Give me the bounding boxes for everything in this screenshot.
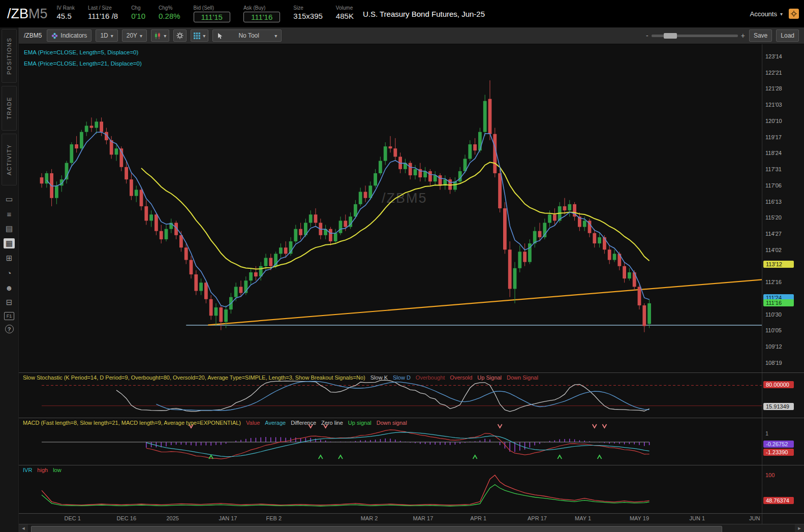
timeframe-dropdown[interactable]: 1D ▾: [96, 29, 117, 42]
ema-fast-legend: EMA (Price=CLOSE, Length=5, Displace=0): [24, 47, 142, 58]
macd-value-line: [146, 430, 650, 459]
stochastic-plot[interactable]: Slow Stochastic (K Period=14, D Period=9…: [19, 373, 762, 418]
drawing-tool-dropdown[interactable]: No Tool ▾: [212, 29, 282, 42]
header-field-value: 111'16 /8: [88, 12, 118, 20]
date-label: MAY 1: [575, 515, 591, 521]
accounts-dropdown[interactable]: Accounts ▾: [750, 10, 783, 18]
price-pane: EMA (Price=CLOSE, Length=5, Displace=0) …: [19, 44, 804, 372]
people-icon[interactable]: ☻: [4, 283, 15, 293]
price-axis-label: 114'02: [765, 247, 782, 253]
symbol-root: /ZB: [7, 6, 28, 21]
chevron-down-icon: ▾: [780, 11, 783, 17]
range-dropdown[interactable]: 20Y ▾: [122, 29, 147, 42]
chart-settings-button[interactable]: [173, 29, 187, 42]
date-label: JAN 17: [219, 515, 237, 521]
stochastic-axis: 80.0000015.91349: [762, 373, 804, 418]
down-signal-arrow: [602, 424, 606, 428]
time-axis-corner: [762, 514, 804, 524]
date-label: DEC 16: [117, 515, 137, 521]
date-label: MAR 2: [361, 515, 378, 521]
clock-icon[interactable]: ◔: [4, 268, 15, 278]
pane-legend-item: IVR: [23, 467, 32, 473]
left-sidebar: POSITIONS TRADE ACTIVITY ▭≡▤▦⊞◔☻⊟F1?: [0, 27, 19, 532]
header-field-value: 315x395: [293, 12, 323, 20]
zoom-slider-thumb[interactable]: [664, 33, 677, 39]
slow-d-line: [156, 382, 649, 411]
trendline[interactable]: [208, 279, 762, 325]
chart-icon[interactable]: ▦: [4, 238, 15, 248]
price-axis-label: 121'03: [765, 102, 782, 108]
date-label: APR 1: [470, 515, 486, 521]
monitor-icon[interactable]: ▭: [4, 194, 15, 204]
apps-grid-icon[interactable]: ⊞: [4, 253, 15, 263]
header-field: Chg0'10: [131, 5, 145, 20]
list-icon[interactable]: ≡: [4, 209, 15, 219]
grid-layout-dropdown[interactable]: ▾: [191, 29, 208, 42]
zoom-out-button[interactable]: -: [646, 32, 648, 40]
gear-icon: [791, 11, 797, 17]
timeframe-value: 1D: [100, 32, 108, 39]
pane-title: Slow Stochastic (K Period=14, D Period=9…: [23, 374, 365, 381]
indicators-button[interactable]: Indicators: [47, 29, 91, 42]
macd-badge: -1.23390: [763, 449, 794, 456]
stochastic-pane: Slow Stochastic (K Period=14, D Period=9…: [19, 372, 804, 418]
chart-type-dropdown[interactable]: ▾: [151, 29, 169, 42]
header-field-value: 45.5: [57, 12, 72, 20]
price-axis[interactable]: 123'14122'21121'28121'03120'10119'17118'…: [762, 44, 804, 372]
indicators-flower-icon: [51, 33, 58, 39]
zoom-slider[interactable]: [652, 35, 738, 37]
archive-icon[interactable]: ⊟: [4, 297, 15, 307]
sidebar-tab-positions[interactable]: POSITIONS: [2, 29, 17, 83]
price-axis-label: 114'27: [765, 231, 782, 237]
sidebar-tab-activity[interactable]: ACTIVITY: [2, 134, 17, 185]
header-field-label: Chg: [131, 5, 140, 11]
pane-legend-item: Up signal: [348, 420, 372, 426]
scrollbar-track[interactable]: [28, 524, 795, 532]
header-field: Volume485K: [336, 5, 354, 20]
help-icon[interactable]: ?: [5, 325, 14, 333]
ema-slow-legend: EMA (Price=CLOSE, Length=21, Displace=0): [24, 58, 142, 70]
contract-title: U.S. Treasury Bond Futures, Jun-25: [363, 10, 485, 18]
load-button[interactable]: Load: [776, 29, 799, 42]
range-value: 20Y: [127, 32, 137, 39]
macd-histogram: [146, 437, 650, 452]
pane-legend-item: Zero line: [321, 420, 343, 426]
price-axis-label: 116'13: [765, 199, 782, 205]
header-field-value: 111'15: [194, 12, 230, 22]
header-field-label: Volume: [336, 5, 353, 11]
ivr-plot[interactable]: IVRhighlow: [19, 465, 762, 513]
pane-legend-item: high: [37, 467, 48, 473]
save-button[interactable]: Save: [749, 29, 772, 42]
macd-plot[interactable]: MACD (Fast length=8, Slow length=21, MAC…: [19, 418, 762, 465]
chevron-down-icon: ▾: [164, 33, 166, 39]
zoom-in-button[interactable]: +: [741, 32, 745, 40]
header-field-label: IV Rank: [57, 5, 75, 11]
header-field-value: 485K: [336, 12, 354, 20]
news-icon[interactable]: ▤: [4, 224, 15, 234]
candlestick-plot[interactable]: EMA (Price=CLOSE, Length=5, Displace=0) …: [19, 44, 762, 372]
header-field: Last / Size111'16 /8: [88, 5, 118, 20]
fkey-icon[interactable]: F1: [4, 312, 14, 320]
scroll-left-arrow[interactable]: ◂: [19, 524, 28, 532]
pane-legend-item: Slow D: [393, 374, 411, 381]
pane-legend-item: low: [53, 467, 61, 473]
price-axis-label: 118'24: [765, 150, 782, 156]
header-field-label: Bid (Sell): [194, 5, 214, 11]
scrollbar-thumb[interactable]: [31, 526, 722, 532]
trading-app: /ZBM5 IV Rank45.5Last / Size111'16 /8Chg…: [0, 0, 804, 532]
price-badge-yellow: 113'12: [763, 261, 794, 268]
header-field-value: 0'10: [131, 12, 145, 20]
date-label: DEC 1: [65, 515, 81, 521]
sidebar-tab-trade[interactable]: TRADE: [2, 86, 17, 131]
price-axis-label: 121'28: [765, 85, 782, 91]
ema-legend: EMA (Price=CLOSE, Length=5, Displace=0) …: [24, 47, 142, 70]
date-label: JUN 1: [690, 515, 705, 521]
macd-axis: 1-0.26752-1.23390: [762, 418, 804, 465]
time-axis-labels[interactable]: DEC 1DEC 162025JAN 17FEB 2MAR 2MAR 17APR…: [19, 514, 762, 524]
header-field: Ask (Buy)111'16: [243, 5, 280, 22]
setup-icon[interactable]: [789, 9, 799, 19]
chevron-down-icon: ▾: [274, 33, 277, 39]
chevron-down-icon: ▾: [111, 33, 113, 39]
scroll-right-arrow[interactable]: ▸: [795, 524, 804, 532]
header-field-label: Size: [293, 5, 303, 11]
